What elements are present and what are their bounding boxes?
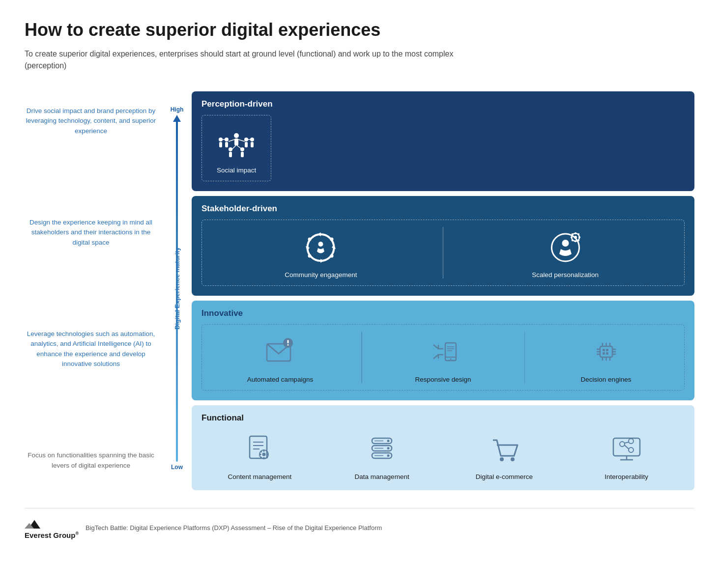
data-item: Data management [324,429,440,480]
perception-dashed-border: Social impact [201,115,271,181]
decision-label: Decision engines [581,376,632,383]
svg-point-98 [629,448,633,452]
svg-rect-9 [241,152,244,157]
svg-point-24 [318,242,323,247]
svg-rect-1 [234,139,238,145]
axis-low-label: Low [171,464,183,471]
content-label: Content management [228,473,291,480]
axis-area: High Digital Experience maturity Low [162,91,192,490]
social-impact-icon-box [217,122,256,162]
perception-title: Perception-driven [201,99,685,109]
svg-rect-74 [263,450,265,452]
svg-line-12 [232,145,236,149]
responsive-icon [424,332,463,371]
svg-line-100 [624,445,629,449]
footer-caption: BigTech Battle: Digital Experience Platf… [86,524,382,532]
data-icon [362,429,402,468]
interop-icon [607,429,646,468]
svg-point-25 [308,238,312,241]
svg-point-27 [308,254,312,258]
svg-rect-67 [606,352,608,355]
responsive-item: Responsive design [370,332,517,383]
perception-annotation: Drive social impact and brand perception… [25,106,157,136]
content-icon [240,429,279,468]
level-stakeholder: Stakeholder-driven [192,196,694,296]
innovative-dashed-border: Automated campaigns [201,324,685,391]
left-annotations: Drive social impact and brand perception… [25,91,162,490]
axis-high-label: High [171,106,184,113]
svg-rect-65 [606,349,608,351]
page-subtitle: To create superior digital experiences, … [25,48,467,72]
svg-rect-76 [259,454,261,455]
svg-marker-23 [317,232,321,236]
svg-rect-45 [445,343,456,361]
page-title: How to create superior digital experienc… [25,20,694,40]
svg-line-99 [624,442,629,443]
svg-rect-77 [267,454,269,455]
footer-logo-text: Everest Group® [25,531,79,539]
svg-rect-34 [575,240,576,242]
personalization-label: Scaled personalization [532,271,599,279]
interop-label: Interoperability [604,473,648,480]
svg-point-96 [620,442,625,447]
innovative-annotation: Leverage technologies such as automation… [25,329,157,369]
personalization-icon [546,227,585,266]
decision-icon [586,332,626,371]
svg-point-6 [229,147,232,151]
svg-line-10 [229,140,234,141]
svg-point-18 [250,138,254,141]
footer-logo: Everest Group® [25,516,79,539]
community-label: Community engagement [285,271,357,279]
svg-marker-20 [332,244,336,249]
svg-point-26 [330,238,334,241]
svg-point-97 [629,439,633,444]
everest-group-logo-icon [25,516,44,531]
svg-point-30 [562,240,569,247]
level-functional: Functional [192,405,694,490]
footer: Everest Group® BigTech Battle: Digital E… [25,508,694,539]
innovative-divider1 [361,332,362,383]
svg-rect-66 [603,352,605,355]
functional-items: Content management [201,429,685,480]
functional-annotation: Focus on functionalities spanning the ba… [25,450,157,471]
campaigns-item: Automated campaigns [207,332,353,383]
stakeholder-dashed-border: Community engagement [201,220,685,286]
ecommerce-label: Digital e-commerce [476,473,533,480]
svg-rect-5 [245,142,248,147]
svg-rect-43 [287,340,288,343]
svg-point-44 [287,344,288,346]
functional-title: Functional [201,413,685,423]
svg-point-91 [500,457,504,461]
diagram-container: Drive social impact and brand perception… [25,91,694,490]
svg-point-16 [219,138,223,141]
svg-rect-3 [225,142,228,147]
svg-rect-17 [219,142,222,147]
svg-rect-51 [600,346,612,357]
innovative-divider2 [524,332,525,383]
content-item: Content management [201,429,318,480]
svg-point-32 [574,236,577,239]
stakeholder-annotation: Design the experience keeping in mind al… [25,218,157,248]
data-label: Data management [355,473,409,480]
personalization-item: Scaled personalization [451,227,679,279]
decision-item: Decision engines [533,332,679,383]
svg-rect-75 [263,457,265,459]
svg-rect-7 [229,152,232,157]
level-perception: Perception-driven [192,91,694,191]
svg-rect-35 [571,237,573,238]
stakeholder-divider [443,227,444,279]
svg-marker-22 [306,246,310,251]
svg-line-13 [237,145,242,149]
svg-point-87 [387,454,390,457]
stakeholder-title: Stakeholder-driven [201,204,685,214]
responsive-label: Responsive design [415,376,471,383]
innovative-title: Innovative [201,308,685,318]
svg-point-83 [387,440,390,442]
svg-point-47 [450,359,452,360]
svg-point-85 [387,447,390,449]
ecommerce-icon [485,429,524,468]
svg-rect-33 [575,232,576,234]
svg-rect-36 [578,237,580,238]
campaigns-icon [260,332,300,371]
svg-point-0 [234,133,239,138]
